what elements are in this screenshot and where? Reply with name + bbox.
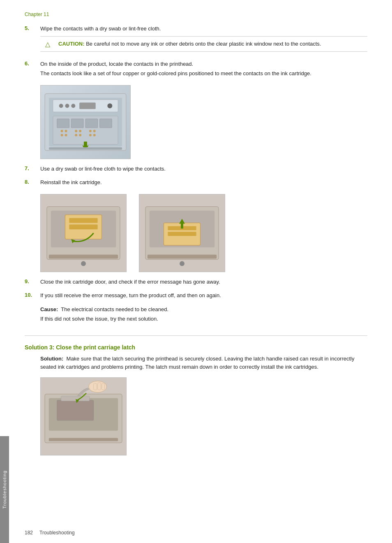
svg-rect-41 xyxy=(168,232,196,236)
sidebar-troubleshooting: Troubleshooting xyxy=(0,436,9,543)
step-10: 10. If you still receive the error messa… xyxy=(25,291,367,301)
svg-point-7 xyxy=(107,103,112,108)
latch-image-container xyxy=(40,377,367,455)
step-10-content: If you still receive the error message, … xyxy=(40,291,367,301)
step-9-number: 9. xyxy=(25,278,40,284)
svg-rect-43 xyxy=(148,254,217,259)
svg-rect-10 xyxy=(71,119,83,128)
cartridge-image-2 xyxy=(139,194,225,272)
solution-3-label: Solution: xyxy=(40,356,63,362)
chapter-label: Chapter 11 xyxy=(25,12,367,17)
svg-rect-51 xyxy=(94,384,97,390)
printhead-image-container xyxy=(40,85,367,159)
svg-rect-53 xyxy=(102,384,105,390)
svg-rect-11 xyxy=(85,119,98,128)
page-wrapper: Chapter 11 5. Wipe the contacts with a d… xyxy=(0,0,392,543)
page-footer: 182 Troubleshooting xyxy=(25,530,75,536)
step-7-text: Use a dry swab or lint-free cloth to wip… xyxy=(40,165,367,173)
svg-rect-9 xyxy=(57,119,69,128)
cause-label: Cause: xyxy=(40,306,58,312)
svg-point-3 xyxy=(59,104,63,108)
svg-rect-34 xyxy=(49,254,118,259)
step-9-text: Close the ink cartridge door, and check … xyxy=(40,278,367,286)
step-5: 5. Wipe the contacts with a dry swab or … xyxy=(25,25,367,56)
svg-point-20 xyxy=(79,134,81,136)
step-9: 9. Close the ink cartridge door, and che… xyxy=(25,278,367,288)
svg-point-35 xyxy=(81,261,86,266)
step-10-number: 10. xyxy=(25,291,40,298)
svg-rect-31 xyxy=(69,218,97,223)
svg-point-13 xyxy=(61,129,63,132)
step-5-text: Wipe the contacts with a dry swab or lin… xyxy=(40,25,367,33)
solution-3-section: Solution 3: Close the print carriage lat… xyxy=(25,344,367,456)
svg-point-15 xyxy=(61,134,63,136)
svg-point-19 xyxy=(75,134,77,136)
svg-rect-32 xyxy=(69,224,97,229)
svg-point-5 xyxy=(71,104,75,108)
if-not-solved-text: If this did not solve the issue, try the… xyxy=(40,315,367,323)
cause-block: Cause: The electrical contacts needed to… xyxy=(40,305,367,323)
svg-point-22 xyxy=(93,129,96,132)
svg-rect-6 xyxy=(79,102,96,109)
svg-point-44 xyxy=(180,261,184,266)
step-10-text: If you still receive the error message, … xyxy=(40,291,367,300)
latch-svg xyxy=(41,378,126,455)
step-6-text: On the inside of the product, locate the… xyxy=(40,60,367,68)
solution-3-text: Solution: Make sure that the latch secur… xyxy=(40,355,367,372)
section-divider xyxy=(25,335,367,336)
solution-3-body-text: Make sure that the latch securing the pr… xyxy=(40,356,355,370)
step-8-content: Reinstall the ink cartridge. xyxy=(40,178,367,188)
printhead-image xyxy=(40,85,131,159)
caution-text: CAUTION: Be careful not to move any ink … xyxy=(58,40,321,48)
svg-rect-55 xyxy=(49,438,118,441)
step-8-number: 8. xyxy=(25,178,40,185)
step-6-number: 6. xyxy=(25,60,40,67)
printhead-svg xyxy=(41,85,130,159)
step-8-text: Reinstall the ink cartridge. xyxy=(40,178,367,187)
sidebar-label: Troubleshooting xyxy=(2,470,7,508)
step-6-content: On the inside of the product, locate the… xyxy=(40,60,367,79)
cartridge-image-1 xyxy=(40,194,127,272)
step-9-content: Close the ink cartridge door, and check … xyxy=(40,278,367,288)
solution-3-body: Solution: Make sure that the latch secur… xyxy=(40,355,367,372)
svg-point-21 xyxy=(89,129,92,132)
caution-icon: △ xyxy=(45,40,54,48)
page-number: 182 xyxy=(25,530,33,536)
svg-rect-26 xyxy=(49,147,122,150)
svg-rect-52 xyxy=(98,383,101,390)
svg-point-14 xyxy=(65,129,67,132)
svg-point-4 xyxy=(65,104,69,108)
solution-3-title: Solution 3: Close the print carriage lat… xyxy=(25,344,367,351)
svg-point-18 xyxy=(79,129,81,132)
caution-body: Be careful not to move any ink or other … xyxy=(86,41,321,47)
step-5-number: 5. xyxy=(25,25,40,31)
step-6: 6. On the inside of the product, locate … xyxy=(25,60,367,79)
step-8: 8. Reinstall the ink cartridge. xyxy=(25,178,367,188)
step-7-content: Use a dry swab or lint-free cloth to wip… xyxy=(40,165,367,175)
svg-rect-48 xyxy=(57,400,94,421)
step-7: 7. Use a dry swab or lint-free cloth to … xyxy=(25,165,367,175)
svg-point-23 xyxy=(89,134,92,136)
cartridge-svg-2 xyxy=(139,194,225,272)
cartridge-svg-1 xyxy=(41,194,126,272)
cause-text: Cause: The electrical contacts needed to… xyxy=(40,305,367,314)
latch-image xyxy=(40,377,127,455)
svg-rect-49 xyxy=(61,396,90,401)
caution-label: CAUTION: xyxy=(58,41,85,47)
step-7-number: 7. xyxy=(25,165,40,171)
step-6-text2: The contacts look like a set of four cop… xyxy=(40,69,367,78)
caution-box: △ CAUTION: Be careful not to move any in… xyxy=(40,36,367,52)
step-5-content: Wipe the contacts with a dry swab or lin… xyxy=(40,25,367,56)
footer-section: Troubleshooting xyxy=(39,530,75,536)
svg-rect-12 xyxy=(100,119,112,128)
svg-point-17 xyxy=(75,129,77,132)
svg-point-24 xyxy=(93,134,96,136)
cause-body: The electrical contacts needed to be cle… xyxy=(61,306,168,312)
steps-container: 5. Wipe the contacts with a dry swab or … xyxy=(25,25,367,323)
svg-point-16 xyxy=(65,134,67,136)
cartridge-images-container xyxy=(40,194,367,272)
